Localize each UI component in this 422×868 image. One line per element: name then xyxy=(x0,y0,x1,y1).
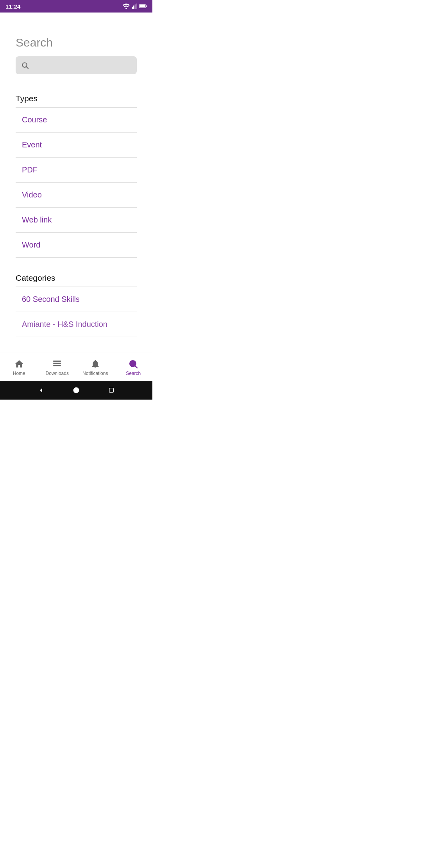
type-weblink[interactable]: Web link xyxy=(16,208,137,233)
svg-rect-4 xyxy=(136,4,137,9)
nav-notifications[interactable]: Notifications xyxy=(76,359,114,376)
nav-downloads-label: Downloads xyxy=(46,371,69,376)
status-icons xyxy=(123,4,147,9)
android-nav-bar xyxy=(0,381,152,400)
svg-rect-12 xyxy=(54,365,61,366)
svg-rect-3 xyxy=(135,4,136,9)
types-section-title: Types xyxy=(16,94,137,108)
search-nav-icon xyxy=(128,359,138,369)
nav-search-label: Search xyxy=(126,371,141,376)
page-title: Search xyxy=(16,36,137,49)
types-section: Types Course Event PDF Video Web link Wo… xyxy=(16,94,137,258)
wifi-icon xyxy=(123,4,130,9)
downloads-icon xyxy=(52,359,62,369)
categories-section-title: Categories xyxy=(16,273,137,287)
type-word[interactable]: Word xyxy=(16,233,137,258)
svg-rect-1 xyxy=(132,7,133,9)
type-event[interactable]: Event xyxy=(16,133,137,158)
svg-point-0 xyxy=(125,8,127,9)
recents-button[interactable] xyxy=(107,386,116,395)
svg-rect-7 xyxy=(139,5,145,7)
svg-rect-6 xyxy=(146,5,147,7)
type-course[interactable]: Course xyxy=(16,108,137,133)
svg-rect-10 xyxy=(54,360,61,362)
svg-rect-2 xyxy=(133,5,134,9)
bottom-nav: Home Downloads Notifications Search xyxy=(0,353,152,381)
type-video[interactable]: Video xyxy=(16,183,137,208)
category-60-second-skills[interactable]: 60 Second Skills xyxy=(16,287,137,312)
nav-downloads[interactable]: Downloads xyxy=(38,359,77,376)
nav-home-label: Home xyxy=(13,371,25,376)
status-time: 11:24 xyxy=(5,3,20,10)
battery-icon xyxy=(139,4,147,9)
nav-notifications-label: Notifications xyxy=(82,371,108,376)
category-amiante[interactable]: Amiante - H&S Induction xyxy=(16,312,137,337)
svg-line-14 xyxy=(135,366,138,368)
main-content: Search Types Course Event PDF Video Web … xyxy=(0,13,152,353)
status-bar: 11:24 xyxy=(0,0,152,13)
svg-point-13 xyxy=(130,360,136,366)
home-button[interactable] xyxy=(72,386,80,395)
categories-section: Categories 60 Second Skills Amiante - H&… xyxy=(16,273,137,337)
nav-search[interactable]: Search xyxy=(114,359,153,376)
back-button[interactable] xyxy=(37,386,45,395)
svg-marker-15 xyxy=(40,388,42,393)
type-pdf[interactable]: PDF xyxy=(16,158,137,183)
home-icon xyxy=(14,359,24,369)
svg-line-9 xyxy=(27,67,29,69)
nav-home[interactable]: Home xyxy=(0,359,38,376)
signal-icon xyxy=(132,4,137,9)
search-input-wrapper[interactable] xyxy=(16,56,137,74)
svg-point-16 xyxy=(73,387,79,393)
search-icon-input xyxy=(21,61,29,70)
svg-rect-17 xyxy=(109,388,114,393)
search-input[interactable] xyxy=(33,62,131,69)
svg-rect-11 xyxy=(54,362,61,364)
notifications-icon xyxy=(90,359,100,369)
